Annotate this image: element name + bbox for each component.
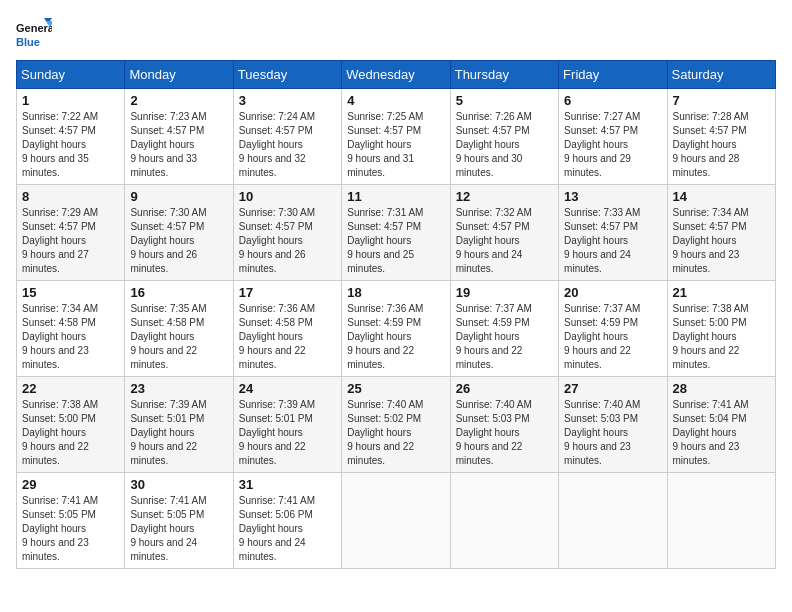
day-info: Sunrise: 7:29 AM Sunset: 4:57 PM Dayligh… (22, 206, 119, 276)
day-cell: 20 Sunrise: 7:37 AM Sunset: 4:59 PM Dayl… (559, 281, 667, 377)
day-cell: 19 Sunrise: 7:37 AM Sunset: 4:59 PM Dayl… (450, 281, 558, 377)
day-info: Sunrise: 7:38 AM Sunset: 5:00 PM Dayligh… (22, 398, 119, 468)
day-number: 21 (673, 285, 770, 300)
day-number: 1 (22, 93, 119, 108)
day-number: 13 (564, 189, 661, 204)
daylight-label: Daylight hours9 hours and 23 minutes. (564, 427, 631, 466)
day-number: 4 (347, 93, 444, 108)
sunset-label: Sunset: 4:59 PM (564, 317, 638, 328)
day-cell: 24 Sunrise: 7:39 AM Sunset: 5:01 PM Dayl… (233, 377, 341, 473)
day-cell: 31 Sunrise: 7:41 AM Sunset: 5:06 PM Dayl… (233, 473, 341, 569)
day-info: Sunrise: 7:33 AM Sunset: 4:57 PM Dayligh… (564, 206, 661, 276)
day-number: 23 (130, 381, 227, 396)
sunset-label: Sunset: 4:58 PM (130, 317, 204, 328)
sunrise-label: Sunrise: 7:24 AM (239, 111, 315, 122)
day-cell: 16 Sunrise: 7:35 AM Sunset: 4:58 PM Dayl… (125, 281, 233, 377)
day-number: 31 (239, 477, 336, 492)
day-cell: 13 Sunrise: 7:33 AM Sunset: 4:57 PM Dayl… (559, 185, 667, 281)
day-cell: 22 Sunrise: 7:38 AM Sunset: 5:00 PM Dayl… (17, 377, 125, 473)
day-info: Sunrise: 7:37 AM Sunset: 4:59 PM Dayligh… (564, 302, 661, 372)
daylight-label: Daylight hours9 hours and 22 minutes. (564, 331, 631, 370)
week-row-4: 22 Sunrise: 7:38 AM Sunset: 5:00 PM Dayl… (17, 377, 776, 473)
day-cell: 7 Sunrise: 7:28 AM Sunset: 4:57 PM Dayli… (667, 89, 775, 185)
day-number: 15 (22, 285, 119, 300)
daylight-label: Daylight hours9 hours and 27 minutes. (22, 235, 89, 274)
calendar-table: SundayMondayTuesdayWednesdayThursdayFrid… (16, 60, 776, 569)
sunrise-label: Sunrise: 7:25 AM (347, 111, 423, 122)
sunrise-label: Sunrise: 7:27 AM (564, 111, 640, 122)
day-cell: 21 Sunrise: 7:38 AM Sunset: 5:00 PM Dayl… (667, 281, 775, 377)
day-info: Sunrise: 7:40 AM Sunset: 5:03 PM Dayligh… (456, 398, 553, 468)
day-info: Sunrise: 7:36 AM Sunset: 4:58 PM Dayligh… (239, 302, 336, 372)
day-cell: 14 Sunrise: 7:34 AM Sunset: 4:57 PM Dayl… (667, 185, 775, 281)
day-cell: 9 Sunrise: 7:30 AM Sunset: 4:57 PM Dayli… (125, 185, 233, 281)
day-number: 26 (456, 381, 553, 396)
daylight-label: Daylight hours9 hours and 33 minutes. (130, 139, 197, 178)
sunset-label: Sunset: 4:57 PM (347, 125, 421, 136)
daylight-label: Daylight hours9 hours and 22 minutes. (239, 427, 306, 466)
day-info: Sunrise: 7:22 AM Sunset: 4:57 PM Dayligh… (22, 110, 119, 180)
daylight-label: Daylight hours9 hours and 31 minutes. (347, 139, 414, 178)
daylight-label: Daylight hours9 hours and 26 minutes. (130, 235, 197, 274)
day-number: 5 (456, 93, 553, 108)
day-number: 9 (130, 189, 227, 204)
day-number: 8 (22, 189, 119, 204)
day-cell: 11 Sunrise: 7:31 AM Sunset: 4:57 PM Dayl… (342, 185, 450, 281)
day-number: 28 (673, 381, 770, 396)
daylight-label: Daylight hours9 hours and 22 minutes. (673, 331, 740, 370)
svg-text:General: General (16, 22, 52, 34)
col-header-wednesday: Wednesday (342, 61, 450, 89)
day-info: Sunrise: 7:36 AM Sunset: 4:59 PM Dayligh… (347, 302, 444, 372)
sunrise-label: Sunrise: 7:37 AM (564, 303, 640, 314)
calendar-header-row: SundayMondayTuesdayWednesdayThursdayFrid… (17, 61, 776, 89)
day-cell: 5 Sunrise: 7:26 AM Sunset: 4:57 PM Dayli… (450, 89, 558, 185)
col-header-sunday: Sunday (17, 61, 125, 89)
day-info: Sunrise: 7:39 AM Sunset: 5:01 PM Dayligh… (130, 398, 227, 468)
day-cell: 26 Sunrise: 7:40 AM Sunset: 5:03 PM Dayl… (450, 377, 558, 473)
day-number: 27 (564, 381, 661, 396)
sunset-label: Sunset: 4:58 PM (239, 317, 313, 328)
sunset-label: Sunset: 4:57 PM (347, 221, 421, 232)
sunset-label: Sunset: 4:57 PM (130, 125, 204, 136)
sunset-label: Sunset: 4:57 PM (239, 125, 313, 136)
daylight-label: Daylight hours9 hours and 22 minutes. (130, 427, 197, 466)
sunrise-label: Sunrise: 7:34 AM (673, 207, 749, 218)
daylight-label: Daylight hours9 hours and 22 minutes. (239, 331, 306, 370)
sunrise-label: Sunrise: 7:40 AM (456, 399, 532, 410)
svg-text:Blue: Blue (16, 36, 40, 48)
day-cell: 12 Sunrise: 7:32 AM Sunset: 4:57 PM Dayl… (450, 185, 558, 281)
daylight-label: Daylight hours9 hours and 22 minutes. (22, 427, 89, 466)
day-info: Sunrise: 7:38 AM Sunset: 5:00 PM Dayligh… (673, 302, 770, 372)
daylight-label: Daylight hours9 hours and 22 minutes. (347, 427, 414, 466)
sunrise-label: Sunrise: 7:41 AM (673, 399, 749, 410)
daylight-label: Daylight hours9 hours and 28 minutes. (673, 139, 740, 178)
day-info: Sunrise: 7:30 AM Sunset: 4:57 PM Dayligh… (130, 206, 227, 276)
day-number: 14 (673, 189, 770, 204)
sunrise-label: Sunrise: 7:40 AM (564, 399, 640, 410)
sunrise-label: Sunrise: 7:28 AM (673, 111, 749, 122)
day-info: Sunrise: 7:41 AM Sunset: 5:05 PM Dayligh… (22, 494, 119, 564)
day-info: Sunrise: 7:23 AM Sunset: 4:57 PM Dayligh… (130, 110, 227, 180)
day-info: Sunrise: 7:40 AM Sunset: 5:02 PM Dayligh… (347, 398, 444, 468)
day-number: 17 (239, 285, 336, 300)
day-cell: 25 Sunrise: 7:40 AM Sunset: 5:02 PM Dayl… (342, 377, 450, 473)
sunset-label: Sunset: 4:57 PM (673, 125, 747, 136)
sunrise-label: Sunrise: 7:35 AM (130, 303, 206, 314)
sunrise-label: Sunrise: 7:38 AM (22, 399, 98, 410)
sunset-label: Sunset: 4:57 PM (673, 221, 747, 232)
sunrise-label: Sunrise: 7:26 AM (456, 111, 532, 122)
sunset-label: Sunset: 5:03 PM (456, 413, 530, 424)
day-number: 16 (130, 285, 227, 300)
sunrise-label: Sunrise: 7:31 AM (347, 207, 423, 218)
day-cell: 1 Sunrise: 7:22 AM Sunset: 4:57 PM Dayli… (17, 89, 125, 185)
day-info: Sunrise: 7:27 AM Sunset: 4:57 PM Dayligh… (564, 110, 661, 180)
sunrise-label: Sunrise: 7:36 AM (239, 303, 315, 314)
sunset-label: Sunset: 5:06 PM (239, 509, 313, 520)
sunrise-label: Sunrise: 7:38 AM (673, 303, 749, 314)
day-cell (667, 473, 775, 569)
sunset-label: Sunset: 4:57 PM (564, 125, 638, 136)
day-info: Sunrise: 7:26 AM Sunset: 4:57 PM Dayligh… (456, 110, 553, 180)
daylight-label: Daylight hours9 hours and 24 minutes. (564, 235, 631, 274)
daylight-label: Daylight hours9 hours and 23 minutes. (673, 427, 740, 466)
day-cell: 8 Sunrise: 7:29 AM Sunset: 4:57 PM Dayli… (17, 185, 125, 281)
